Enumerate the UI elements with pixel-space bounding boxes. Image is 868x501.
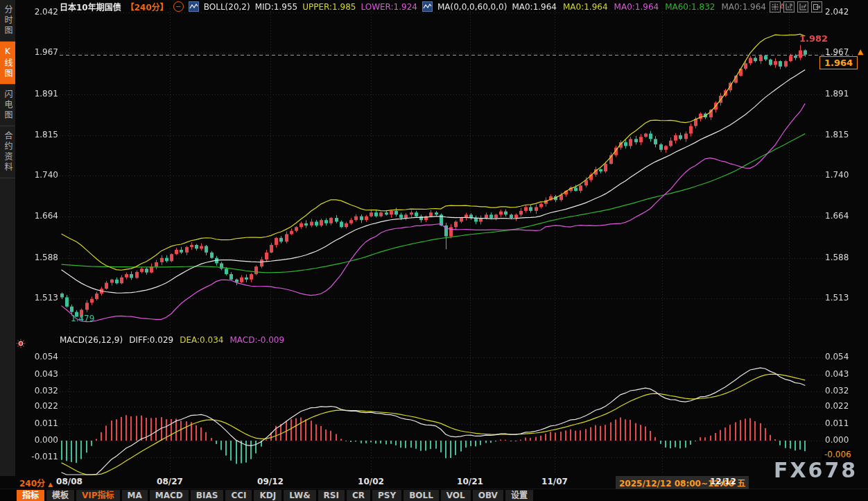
toolbar-item-indicators[interactable]: 指标: [17, 490, 44, 501]
macd-tick: 0.043: [21, 369, 58, 379]
macd-tick: 0.000: [825, 435, 864, 445]
low-price-label: 1.479: [71, 314, 94, 323]
instrument-title: 日本10年期国债: [60, 1, 121, 12]
trading-app-window: 分时图K线图闪电图合约资料 日本10年期国债 【240分】 − BOLL(20,…: [0, 0, 868, 501]
macd-tick: 0.054: [825, 352, 864, 362]
toolbar-item-lwr[interactable]: LW&: [284, 490, 315, 501]
chart-area: 日本10年期国债 【240分】 − BOLL(20,2) MID:1.955 U…: [15, 0, 868, 476]
macd-macd-value: MACD:-0.009: [229, 335, 284, 345]
period-selector[interactable]: 240分 ▲: [19, 477, 53, 489]
toolbar-item-ma[interactable]: MA: [122, 490, 148, 501]
period-dropdown-icon: ▲: [48, 481, 53, 488]
panel-expand-icon[interactable]: [811, 1, 822, 12]
price-tick: 1.588: [21, 253, 58, 262]
xaxis-date: 10/21: [457, 477, 483, 486]
macd-tick: 0.022: [825, 401, 864, 411]
candlestick-chart-canvas[interactable]: [15, 0, 868, 476]
price-tick: 1.815: [21, 130, 58, 139]
period-label: 【240分】: [126, 1, 168, 12]
collapse-icon[interactable]: −: [173, 1, 184, 12]
macd-tick: 0.011: [825, 418, 864, 428]
macd-tick: 0.011: [21, 418, 58, 428]
macd-tick: 0.022: [21, 401, 58, 411]
macd-tick: 0.043: [825, 369, 864, 379]
toolbar-item-boll[interactable]: BOLL: [403, 490, 439, 501]
macd-tick: 0.032: [825, 386, 864, 396]
xaxis-date: 08/08: [56, 477, 83, 486]
toolbar-item-bias[interactable]: BIAS: [191, 490, 224, 501]
macd-name-label: MACD(26,12,9): [60, 335, 123, 345]
price-tick: 1.664: [21, 211, 58, 221]
price-tick: 1.740: [21, 170, 58, 180]
ma-value-4: MA0:1.964: [721, 2, 766, 12]
toolbar-item-settings[interactable]: 设置: [505, 490, 533, 501]
ma-values: MA0:1.964MA0:1.964MA0:1.964MA60:1.832MA0…: [512, 2, 785, 12]
ma-group-label: MA(0,0,0,60,0,0): [437, 2, 507, 12]
axis-expand-icon[interactable]: [783, 1, 795, 12]
ma-value-2: MA0:1.964: [614, 2, 659, 12]
boll-name-label: BOLL(20,2): [204, 2, 250, 12]
toolbar-item-psy[interactable]: PSY: [372, 490, 401, 501]
last-price-badge: 1.964: [819, 56, 858, 69]
price-tick: 1.815: [825, 130, 864, 139]
price-tick: 1.891: [21, 89, 58, 99]
chart-type-sidebar: 分时图K线图闪电图合约资料: [0, 0, 15, 476]
macd-tick: -0.011: [21, 452, 58, 461]
macd-header: MACD(26,12,9) DIFF:0.029 DEA:0.034 MACD:…: [60, 335, 284, 345]
xaxis-date: 09/12: [257, 477, 284, 486]
macd-diff-value: DIFF:0.029: [129, 335, 173, 345]
macd-tick: 0.032: [21, 386, 58, 396]
sidebar-item-lightning[interactable]: 闪电图: [0, 85, 15, 126]
high-price-label: 1.982: [799, 33, 828, 44]
boll-indicator-icon[interactable]: [189, 1, 199, 12]
price-tick: 2.042: [21, 7, 58, 17]
price-tick: 1.664: [825, 211, 864, 221]
price-tick: 1.513: [825, 293, 864, 303]
xaxis-date: 08/27: [157, 477, 183, 486]
sidebar-item-timeshare[interactable]: 分时图: [0, 0, 15, 42]
price-up-arrow-icon: ▲: [858, 47, 863, 56]
sidebar-item-label: K线图: [0, 46, 15, 79]
toolbar-item-macd[interactable]: MACD: [150, 490, 189, 501]
chart-header: 日本10年期国债 【240分】 − BOLL(20,2) MID:1.955 U…: [60, 1, 785, 12]
toolbar-item-cci[interactable]: CCI: [225, 490, 252, 501]
toolbar-item-vip-indicators[interactable]: VIP指标: [76, 490, 120, 501]
price-tick: 1.588: [825, 253, 864, 262]
ma-indicator-icon[interactable]: [422, 1, 433, 12]
price-tick: 1.891: [825, 89, 864, 99]
indicator-cycle-icon[interactable]: [16, 339, 26, 350]
macd-tick: 0.000: [21, 435, 58, 445]
chart-tool-icons: [770, 1, 822, 12]
ma-value-3: MA60:1.832: [665, 2, 715, 12]
price-tick: 1.740: [825, 170, 864, 180]
time-axis-row: 240分 ▲ 08/0808/2709/1210/0210/2111/07 20…: [0, 476, 868, 489]
boll-upper-value: UPPER:1.985: [302, 2, 356, 12]
toolbar-item-rsi[interactable]: RSI: [318, 490, 345, 501]
toolbar-item-obv[interactable]: OBV: [473, 490, 503, 501]
price-tick: 1.513: [21, 293, 58, 303]
boll-mid-value: MID:1.955: [255, 2, 298, 12]
last-date-label: 12/12: [710, 477, 736, 486]
sidebar-item-kline[interactable]: K线图: [0, 42, 15, 85]
toolbar-item-kdj[interactable]: KDJ: [254, 490, 281, 501]
sidebar-item-label: 合约资料: [0, 131, 15, 173]
toolbar-item-vol[interactable]: VOL: [441, 490, 471, 501]
fx678-watermark: FX678: [774, 458, 858, 482]
sidebar-item-contract-info[interactable]: 合约资料: [0, 126, 15, 178]
xaxis-date: 10/02: [358, 477, 384, 486]
axis-shrink-icon[interactable]: [797, 1, 808, 12]
macd-tick: 0.054: [21, 352, 58, 362]
boll-lower-value: LOWER:1.924: [361, 2, 417, 12]
price-tick: 2.042: [825, 7, 864, 17]
crosshair-icon[interactable]: [770, 1, 781, 12]
macd-dea-value: DEA:0.034: [180, 335, 223, 345]
indicator-toolbar: 指标模板VIP指标MAMACDBIASCCIKDJLW&RSICRPSYBOLL…: [0, 489, 868, 501]
xaxis-date: 11/07: [541, 477, 568, 486]
price-tick: 1.967: [21, 47, 58, 57]
sidebar-item-label: 分时图: [0, 5, 15, 36]
ma-value-1: MA0:1.964: [563, 2, 608, 12]
ma-value-0: MA0:1.964: [512, 2, 557, 12]
sidebar-item-label: 闪电图: [0, 90, 15, 121]
toolbar-item-templates[interactable]: 模板: [46, 490, 74, 501]
toolbar-item-cr[interactable]: CR: [347, 490, 370, 501]
